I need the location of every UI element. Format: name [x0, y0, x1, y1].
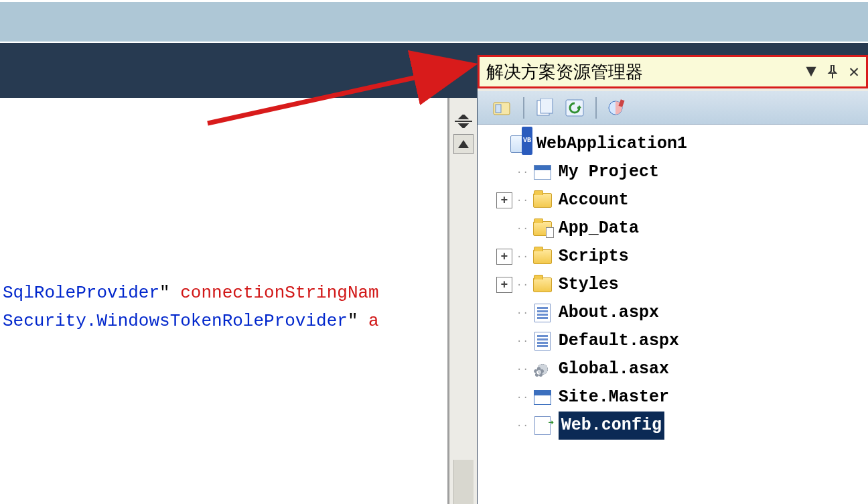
- code-content: SqlRoleProvider" connectionStringNam Sec…: [3, 279, 379, 335]
- panel-toolbar: [478, 91, 868, 125]
- spacer: [496, 418, 512, 434]
- svg-rect-3: [540, 99, 553, 113]
- tree-item[interactable]: ··Default.aspx: [478, 327, 868, 355]
- window-titlebar-strip: [0, 0, 868, 43]
- toolbar-separator: [595, 97, 597, 119]
- tree-guide: ··: [516, 327, 529, 355]
- tree-label: My Project: [559, 158, 659, 186]
- tree-guide: ··: [516, 243, 529, 271]
- tree-item[interactable]: +··Scripts: [478, 243, 868, 271]
- expand-toggle[interactable]: +: [496, 277, 512, 293]
- close-icon[interactable]: ✕: [845, 62, 863, 81]
- spacer: [496, 333, 512, 349]
- tree-label: WebApplication1: [536, 130, 687, 158]
- project-icon: [510, 135, 531, 153]
- expand-toggle[interactable]: +: [496, 192, 512, 208]
- tree-guide: ··: [516, 271, 529, 299]
- spacer: [496, 164, 512, 180]
- config-icon: [532, 416, 553, 435]
- properties-icon[interactable]: [490, 95, 515, 121]
- svg-rect-1: [496, 105, 501, 113]
- tree-label: Scripts: [559, 243, 629, 271]
- tree-label: Account: [559, 186, 629, 214]
- tree-label: App_Data: [559, 214, 639, 243]
- tree-project-root[interactable]: WebApplication1: [478, 130, 868, 158]
- folder-data-icon: [532, 219, 553, 238]
- aspx-icon: [532, 304, 553, 322]
- project-settings-icon: [532, 163, 553, 182]
- tree-label: Styles: [559, 271, 619, 299]
- panel-title-text: 解决方案资源管理器: [486, 60, 802, 84]
- solution-tree[interactable]: WebApplication1 ··My Project+··Account··…: [478, 125, 868, 504]
- tree-guide: ··: [516, 186, 529, 214]
- folder-icon: [532, 247, 553, 266]
- tree-guide: ··: [516, 412, 529, 440]
- tree-item[interactable]: ··Global.asax: [478, 355, 868, 383]
- code-editor[interactable]: SqlRoleProvider" connectionStringNam Sec…: [0, 98, 449, 504]
- scroll-up-button[interactable]: [453, 134, 474, 154]
- tree-item[interactable]: ··Web.config: [478, 412, 868, 440]
- tree-guide: ··: [516, 383, 529, 412]
- solution-explorer-panel: 解决方案资源管理器 ▼ ✕ WebApplication1 ··My Proje…: [477, 55, 868, 504]
- expand-toggle[interactable]: +: [496, 249, 512, 265]
- view-designer-icon[interactable]: [605, 95, 630, 121]
- tree-item[interactable]: ··My Project: [478, 158, 868, 186]
- tree-guide: ··: [516, 355, 529, 383]
- folder-icon: [532, 191, 553, 210]
- tree-item[interactable]: +··Styles: [478, 271, 868, 299]
- folder-icon: [532, 275, 553, 294]
- window-options-dropdown-icon[interactable]: ▼: [802, 62, 820, 81]
- split-view-icon[interactable]: [453, 113, 474, 130]
- tree-item[interactable]: ··App_Data: [478, 214, 868, 243]
- master-icon: [532, 388, 553, 407]
- spacer: [496, 361, 512, 377]
- pin-icon[interactable]: [823, 62, 842, 81]
- asax-icon: [532, 360, 553, 379]
- panel-titlebar[interactable]: 解决方案资源管理器 ▼ ✕: [478, 55, 868, 88]
- tree-label: About.aspx: [559, 299, 659, 327]
- tree-guide: ··: [516, 158, 529, 186]
- spacer: [496, 305, 512, 321]
- tree-label: Site.Master: [559, 383, 669, 412]
- tree-item[interactable]: ··Site.Master: [478, 383, 868, 412]
- tree-guide: ··: [516, 299, 529, 327]
- scrollbar-track[interactable]: [453, 460, 474, 504]
- tree-label: Web.config: [559, 412, 664, 440]
- tree-label: Default.aspx: [559, 327, 679, 355]
- aspx-icon: [532, 332, 553, 351]
- spacer: [490, 136, 506, 152]
- toolbar-separator: [523, 97, 524, 119]
- tree-label: Global.asax: [559, 355, 669, 383]
- show-all-files-icon[interactable]: [532, 95, 558, 121]
- tree-guide: ··: [516, 214, 529, 243]
- editor-scroll-gutter: [449, 98, 477, 504]
- spacer: [496, 220, 512, 237]
- refresh-icon[interactable]: [562, 95, 587, 121]
- svg-rect-6: [618, 99, 624, 107]
- tree-item[interactable]: ··About.aspx: [478, 299, 868, 327]
- spacer: [496, 389, 512, 405]
- tree-item[interactable]: +··Account: [478, 186, 868, 214]
